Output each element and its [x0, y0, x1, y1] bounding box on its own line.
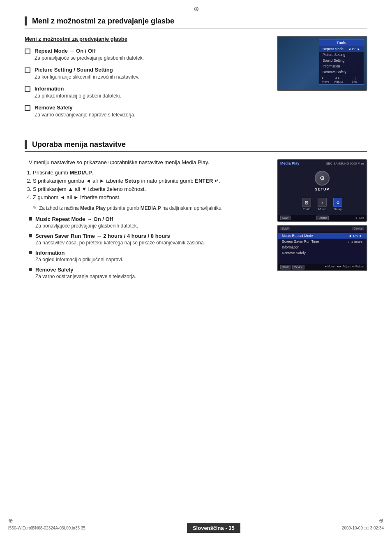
page-bottom: [550-W.Euro]BN68-02324A-03L09.in35 35 Sl… — [0, 523, 392, 533]
section1: Meni z možnostmi za predvajanje glasbe M… — [25, 16, 367, 123]
device-button[interactable]: Device — [316, 216, 329, 220]
media-play-body: ⚙ SETUP 🖼 Photo ♪ Music — [278, 167, 367, 215]
section1-tv-screen: Tools Repeat Mode ◄ On ► — [277, 36, 367, 91]
section2-bar — [25, 140, 27, 149]
checkbox-1 — [25, 67, 30, 73]
menu-item-title-3: Remove Safely — [35, 104, 135, 111]
menu-item-0: Repeat Mode → On / Off Za ponavljajoče s… — [25, 48, 269, 61]
setup-icon-box: ⚙ — [333, 198, 342, 207]
menu-item-2: Information Za prikaz informacij o glasb… — [25, 86, 269, 99]
section1-image: Tools Repeat Mode ◄ On ► — [277, 36, 367, 123]
crosshair-bottom-left: ⊕ — [8, 517, 13, 524]
section1-bar — [25, 16, 27, 26]
photo-icon: 🖼 — [302, 198, 311, 207]
tools-item-1: Picture Setting — [319, 52, 364, 58]
page-number-box: Slovenščina - 35 — [187, 523, 240, 533]
bullet-content-2: Information Za ogled informacij o priklj… — [35, 250, 123, 262]
step-1: Pritisnite gumb MEDIA.P. — [33, 169, 269, 176]
media-play-title: Media Play — [280, 161, 300, 165]
section1-title: Meni z možnostmi za predvajanje glasbe — [32, 17, 174, 26]
tools-item-2: Sound Setting — [319, 58, 364, 63]
crosshair-bottom-right: ⊕ — [379, 517, 384, 524]
step-2: S pritiskanjem gumba ◄ ali ► izberite Se… — [33, 178, 269, 184]
setup-menu-header: SUW Device — [278, 226, 367, 231]
section1-subsection-title: Meni z možnostmi za predvajanje glasbe — [25, 36, 127, 42]
setup-gear-icon: ⚙ — [320, 175, 325, 181]
tools-popup: Tools Repeat Mode ◄ On ► — [319, 39, 364, 85]
music-icon: ♪ — [318, 198, 327, 207]
tools-popup-footer: ● Move ◄► Adjust →| Exit — [319, 75, 364, 84]
section2-header: Uporaba menija nastavitve — [25, 140, 367, 152]
menu-item-1: Picture Setting / Sound Setting Za konfi… — [25, 67, 269, 80]
bullet-3 — [29, 268, 32, 271]
bullet-desc-0: Za ponavljajoče predvajanje glasbenih da… — [35, 223, 138, 229]
setup-label: SETUP — [315, 187, 329, 191]
setup-menu-screen: SUW Device Music Repeat Mode ◄On► Screen… — [277, 225, 367, 271]
footer-left: [550-W.Euro]BN68-02324A-03L09.in35 35 — [8, 526, 85, 530]
music-label: Music — [318, 208, 326, 211]
page-wrapper: ⊕ Meni z možnostmi za predvajanje glasbe… — [0, 0, 392, 541]
bullet-item-1: Screen Saver Run Time → 2 hours / 4 hour… — [25, 233, 269, 246]
bullet-item-2: Information Za ogled informacij o priklj… — [25, 250, 269, 262]
checkbox-3 — [25, 105, 30, 111]
menu-item-content-3: Remove Safely Za varno odstranjevanje na… — [35, 104, 135, 118]
tools-popup-title: Tools — [319, 39, 364, 46]
setup-menu-item-1: Screen Saver Run Time :2 hours — [278, 239, 367, 244]
checkbox-0 — [25, 49, 30, 54]
media-icon-music: ♪ Music — [318, 198, 327, 211]
setup-label-small: Setup — [334, 208, 341, 211]
tools-bg: Tools Repeat Mode ◄ On ► — [278, 37, 367, 90]
footer-exit: ◄| Exit — [355, 216, 364, 220]
setup-suw-button[interactable]: SUW — [280, 265, 291, 269]
bullet-item-0: Music Repeat Mode → On / Off Za ponavlja… — [25, 216, 269, 229]
bullet-1 — [29, 234, 32, 237]
step-3: S pritiskanjem ▲ ali ▼ izberite želeno m… — [33, 186, 269, 192]
footer-suw: SUW — [280, 216, 291, 220]
bullet-desc-1: Za nastavitev časa, po preteku katerega … — [35, 240, 205, 246]
section2-intro: V meniju nastavitve so prikazane uporabn… — [25, 159, 269, 165]
setup-device-button[interactable]: Device — [292, 265, 304, 269]
note-row: ✎ Za izhod iz načina Media Play pritisni… — [25, 205, 269, 211]
bullet-2 — [29, 251, 32, 254]
media-icon-photo: 🖼 Photo — [302, 198, 311, 211]
tools-item-4: Remove Safely — [319, 69, 364, 75]
menu-item-desc-1: Za konfiguriranje slikovnih in zvočnih n… — [35, 74, 139, 80]
section2-content: V meniju nastavitve so prikazane uporabn… — [25, 159, 367, 283]
tools-item-3: Information — [319, 63, 364, 69]
section2-image: Media Play SEC-SAMSUNG-0000 Free ⚙ SETUP — [277, 159, 367, 283]
setup-menu-item-0: Music Repeat Mode ◄On► — [278, 233, 367, 239]
media-play-screen: Media Play SEC-SAMSUNG-0000 Free ⚙ SETUP — [277, 159, 367, 222]
media-play-header: Media Play SEC-SAMSUNG-0000 Free — [278, 160, 367, 167]
menu-item-title-1: Picture Setting / Sound Setting — [35, 67, 139, 73]
bullet-content-1: Screen Saver Run Time → 2 hours / 4 hour… — [35, 233, 205, 246]
bullet-title-1: Screen Saver Run Time → 2 hours / 4 hour… — [35, 233, 170, 239]
menu-item-desc-3: Za varno odstranjevanje naprave s televi… — [35, 112, 135, 118]
menu-item-content-1: Picture Setting / Sound Setting Za konfi… — [35, 67, 139, 80]
bullet-title-3: Remove Safely — [35, 267, 74, 273]
setup-menu-item-3: Remove Safely — [278, 250, 367, 256]
bullet-desc-3: Za varno odstranjevanje naprave s televi… — [35, 274, 136, 279]
photo-label: Photo — [303, 208, 310, 211]
section1-content: Meni z možnostmi za predvajanje glasbe R… — [25, 36, 367, 123]
step-4: Z gumbom ◄ ali ► izberite možnost. — [33, 194, 269, 200]
setup-circle: ⚙ — [315, 171, 330, 186]
section1-header: Meni z možnostmi za predvajanje glasbe — [25, 16, 367, 28]
tools-item-0: Repeat Mode ◄ On ► — [319, 46, 364, 52]
menu-item-desc-2: Za prikaz informacij o glasbeni datoteki… — [35, 93, 121, 99]
media-play-footer: SUW Device ◄| Exit — [278, 215, 367, 221]
bullet-content-0: Music Repeat Mode → On / Off Za ponavlja… — [35, 216, 138, 229]
crosshair-top: ⊕ — [194, 5, 199, 13]
setup-menu-item-2: Information — [278, 244, 367, 250]
media-play-device: SEC-SAMSUNG-0000 Free — [326, 162, 364, 165]
media-play-icons: 🖼 Photo ♪ Music ⚙ Setup — [302, 198, 342, 211]
section2-title: Uporaba menija nastavitve — [32, 140, 126, 149]
footer-device: Device — [316, 216, 329, 220]
bullet-0 — [29, 217, 32, 221]
suw-button[interactable]: SUW — [280, 216, 291, 220]
setup-menu-footer: SUW Device ● Move ◄► Adjust ↩ Return — [278, 264, 367, 270]
bullet-content-3: Remove Safely Za varno odstranjevanje na… — [35, 267, 136, 279]
menu-item-desc-0: Za ponavljajoče se predvajanje glasbenih… — [35, 55, 144, 61]
menu-item-3: Remove Safely Za varno odstranjevanje na… — [25, 104, 269, 118]
section2-text: V meniju nastavitve so prikazane uporabn… — [25, 159, 269, 283]
setup-menu-body: Music Repeat Mode ◄On► Screen Saver Run … — [278, 231, 367, 264]
